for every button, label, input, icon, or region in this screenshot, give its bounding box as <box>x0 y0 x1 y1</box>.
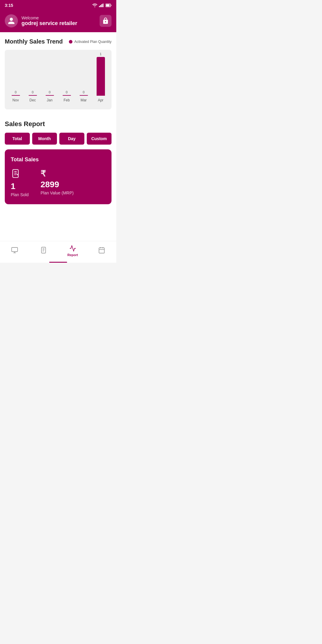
svg-rect-2 <box>101 4 102 7</box>
svg-rect-1 <box>100 5 101 7</box>
svg-rect-0 <box>99 6 100 7</box>
sales-report-section: Sales Report Total Month Day Custom Tota… <box>0 114 116 209</box>
nav-calendar[interactable] <box>87 247 117 255</box>
battery-icon <box>106 4 112 7</box>
filter-total-button[interactable]: Total <box>5 133 30 145</box>
wifi-icon <box>92 4 97 7</box>
nav-orders[interactable] <box>29 247 58 255</box>
filter-custom-button[interactable]: Custom <box>87 133 112 145</box>
user-avatar[interactable] <box>5 14 18 27</box>
plan-value-label: Plan Value (MRP) <box>41 191 74 195</box>
sales-report-title: Sales Report <box>5 120 112 128</box>
svg-rect-7 <box>13 170 18 178</box>
sales-metrics: 1 Plan Sold ₹ 2899 Plan Value (MRP) <box>11 169 106 197</box>
bar-apr: 1 Apr <box>92 52 109 102</box>
header-text: Welcome godrej service retailer <box>21 16 77 27</box>
svg-rect-18 <box>99 248 104 253</box>
chart-title: Monthly Sales Trend <box>5 38 63 45</box>
bottom-nav: Report <box>0 241 116 263</box>
svg-rect-14 <box>41 247 46 253</box>
report-icon <box>69 245 76 252</box>
legend-dot <box>69 40 72 44</box>
svg-rect-11 <box>12 247 18 252</box>
plan-sold-label: Plan Sold <box>11 192 29 197</box>
status-time: 3:15 <box>5 3 13 8</box>
rupee-icon: ₹ <box>41 169 46 179</box>
chart-legend: Activated Plan Quantity <box>69 40 112 44</box>
main-content: Monthly Sales Trend Activated Plan Quant… <box>0 32 116 241</box>
header-left: Welcome godrej service retailer <box>5 14 77 27</box>
orders-icon <box>40 247 47 254</box>
nav-active-indicator <box>49 262 67 263</box>
pos-icon <box>11 247 18 254</box>
nav-report[interactable]: Report <box>58 245 87 257</box>
share-button[interactable] <box>100 15 112 27</box>
header-name: godrej service retailer <box>21 20 77 27</box>
bar-nov: 0 Nov <box>7 90 24 102</box>
svg-rect-3 <box>103 4 103 7</box>
status-icons <box>92 4 112 7</box>
plan-sold-value: 1 <box>11 182 16 191</box>
app-header: Welcome godrej service retailer <box>0 11 116 32</box>
svg-rect-5 <box>106 4 110 7</box>
bar-dec: 0 Dec <box>24 90 41 102</box>
plan-sold-icon <box>11 169 20 180</box>
filter-buttons: Total Month Day Custom <box>5 133 112 145</box>
nav-report-label: Report <box>67 253 78 257</box>
chart-section: Monthly Sales Trend Activated Plan Quant… <box>0 32 116 114</box>
nav-pos[interactable] <box>0 247 29 255</box>
bar-mar: 0 Mar <box>75 90 92 102</box>
legend-label: Activated Plan Quantity <box>74 40 112 44</box>
calendar-icon <box>98 247 105 254</box>
plan-sold-metric: 1 Plan Sold <box>11 169 29 197</box>
filter-month-button[interactable]: Month <box>32 133 57 145</box>
chart-container: 0 Nov 0 Dec 0 Jan 0 <box>5 50 112 109</box>
bar-jan: 0 Jan <box>41 90 58 102</box>
plan-value-metric: ₹ 2899 Plan Value (MRP) <box>41 169 74 197</box>
header-welcome: Welcome <box>21 16 77 20</box>
status-bar: 3:15 <box>0 0 116 11</box>
signal-icon <box>99 4 104 7</box>
chart-bars: 0 Nov 0 Dec 0 Jan 0 <box>7 55 109 102</box>
user-icon <box>7 17 15 25</box>
total-sales-card: Total Sales 1 Plan Sold <box>5 149 112 204</box>
filter-day-button[interactable]: Day <box>59 133 84 145</box>
total-sales-title: Total Sales <box>11 157 106 163</box>
svg-rect-6 <box>111 5 112 6</box>
plan-value-value: 2899 <box>41 180 59 189</box>
share-icon <box>102 17 109 24</box>
chart-header: Monthly Sales Trend Activated Plan Quant… <box>5 38 112 45</box>
bar-feb: 0 Feb <box>58 90 75 102</box>
